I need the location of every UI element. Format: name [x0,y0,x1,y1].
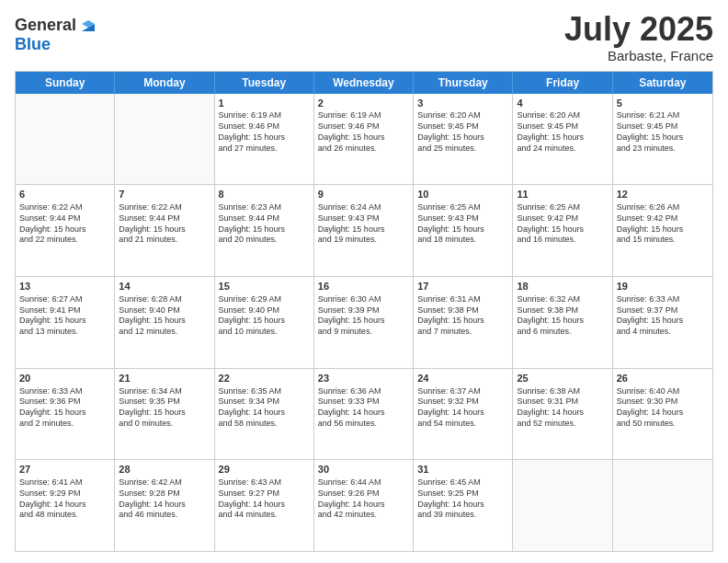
cell-line: and 2 minutes. [19,419,110,430]
cell-line: and 48 minutes. [19,510,110,521]
cell-line: Sunset: 9:27 PM [219,488,310,500]
cell-line: Sunrise: 6:20 AM [517,110,608,121]
cell-line: Sunrise: 6:41 AM [19,477,110,488]
day-number: 28 [119,463,210,477]
cal-cell-r2-c2: 15Sunrise: 6:29 AMSunset: 9:40 PMDayligh… [215,277,314,368]
day-number: 18 [517,280,608,293]
cell-line: Sunrise: 6:26 AM [617,202,709,213]
cell-line: Sunset: 9:46 PM [318,121,409,132]
cell-line: and 15 minutes. [617,235,709,246]
cell-line: and 18 minutes. [417,235,508,246]
cell-line: Sunrise: 6:28 AM [119,294,210,305]
cell-line: Sunset: 9:38 PM [417,305,508,316]
cell-line: and 6 minutes. [517,327,608,338]
cell-line: and 21 minutes. [119,235,210,246]
cell-line: Sunset: 9:25 PM [417,488,508,500]
cell-line: Sunset: 9:33 PM [318,396,409,408]
calendar-header: Sunday Monday Tuesday Wednesday Thursday… [16,72,712,94]
cell-line: Daylight: 15 hours [19,408,110,419]
cal-cell-r4-c4: 31Sunrise: 6:45 AMSunset: 9:25 PMDayligh… [414,460,513,551]
cell-line: Daylight: 15 hours [219,224,310,236]
cal-cell-r4-c2: 29Sunrise: 6:43 AMSunset: 9:27 PMDayligh… [215,460,314,551]
cal-cell-r2-c4: 17Sunrise: 6:31 AMSunset: 9:38 PMDayligh… [414,277,513,368]
cell-line: Daylight: 15 hours [417,316,508,327]
cell-line: Sunset: 9:42 PM [617,213,709,224]
cell-line: Daylight: 15 hours [517,224,608,236]
day-number: 27 [19,463,110,477]
cell-line: Sunrise: 6:38 AM [517,386,608,397]
weekday-friday: Friday [513,72,612,94]
cell-line: Sunset: 9:45 PM [617,121,709,132]
cal-cell-r2-c1: 14Sunrise: 6:28 AMSunset: 9:40 PMDayligh… [115,277,214,368]
logo-blue: Blue [15,35,51,53]
cal-cell-r0-c2: 1Sunrise: 6:19 AMSunset: 9:46 PMDaylight… [215,94,314,185]
cell-line: and 56 minutes. [318,419,409,430]
day-number: 6 [19,188,110,201]
cell-line: Sunrise: 6:31 AM [417,294,508,305]
cal-cell-r4-c0: 27Sunrise: 6:41 AMSunset: 9:29 PMDayligh… [16,460,115,551]
header: General Blue July 2025 Barbaste, France [15,11,713,63]
cell-line: Sunset: 9:35 PM [119,396,210,408]
cell-line: Daylight: 15 hours [19,316,110,327]
day-number: 14 [119,280,210,293]
weekday-thursday: Thursday [414,72,513,94]
cell-line: and 27 minutes. [219,144,310,155]
cal-cell-r1-c3: 9Sunrise: 6:24 AMSunset: 9:43 PMDaylight… [314,185,414,276]
cell-line: Sunset: 9:26 PM [318,488,409,500]
cell-line: Daylight: 15 hours [318,224,409,236]
cal-cell-r0-c3: 2Sunrise: 6:19 AMSunset: 9:46 PMDaylight… [314,94,414,185]
cal-row-1: 6Sunrise: 6:22 AMSunset: 9:44 PMDaylight… [16,184,712,276]
cell-line: and 58 minutes. [219,419,310,430]
cal-cell-r3-c1: 21Sunrise: 6:34 AMSunset: 9:35 PMDayligh… [115,369,214,460]
cell-line: Sunrise: 6:23 AM [219,202,310,213]
cell-line: and 44 minutes. [219,510,310,521]
cell-line: and 24 minutes. [517,144,608,155]
day-number: 9 [318,188,409,201]
cell-line: Sunrise: 6:44 AM [318,477,409,488]
day-number: 7 [119,188,210,201]
cell-line: Sunset: 9:43 PM [417,213,508,224]
cell-line: Sunrise: 6:40 AM [617,386,709,397]
cell-line: Sunset: 9:39 PM [318,305,409,316]
cell-line: Sunset: 9:29 PM [19,488,110,500]
cell-line: and 12 minutes. [119,327,210,338]
cell-line: Sunset: 9:44 PM [219,213,310,224]
cell-line: Sunrise: 6:22 AM [119,202,210,213]
day-number: 16 [318,280,409,293]
cal-cell-r3-c6: 26Sunrise: 6:40 AMSunset: 9:30 PMDayligh… [613,369,712,460]
day-number: 1 [219,97,310,110]
cal-cell-r4-c1: 28Sunrise: 6:42 AMSunset: 9:28 PMDayligh… [115,460,214,551]
cell-line: Daylight: 15 hours [119,224,210,236]
day-number: 15 [219,280,310,293]
day-number: 3 [417,97,508,110]
cell-line: and 50 minutes. [617,419,709,430]
cell-line: Daylight: 14 hours [617,408,709,419]
day-number: 22 [219,372,310,385]
cell-line: Sunset: 9:45 PM [517,121,608,132]
cell-line: Sunset: 9:38 PM [517,305,608,316]
cal-cell-r4-c6 [613,460,712,551]
cell-line: Daylight: 14 hours [219,408,310,419]
cal-cell-r1-c4: 10Sunrise: 6:25 AMSunset: 9:43 PMDayligh… [414,185,513,276]
cal-row-4: 27Sunrise: 6:41 AMSunset: 9:29 PMDayligh… [16,459,712,551]
cell-line: Sunset: 9:45 PM [417,121,508,132]
day-number: 17 [417,280,508,293]
cell-line: Sunset: 9:36 PM [19,396,110,408]
cell-line: Sunrise: 6:36 AM [318,386,409,397]
cell-line: and 23 minutes. [617,144,709,155]
cal-cell-r3-c4: 24Sunrise: 6:37 AMSunset: 9:32 PMDayligh… [414,369,513,460]
cal-cell-r1-c5: 11Sunrise: 6:25 AMSunset: 9:42 PMDayligh… [513,185,612,276]
cell-line: Daylight: 14 hours [219,500,310,511]
cal-cell-r3-c0: 20Sunrise: 6:33 AMSunset: 9:36 PMDayligh… [16,369,115,460]
calendar-body: 1Sunrise: 6:19 AMSunset: 9:46 PMDaylight… [16,94,712,551]
cell-line: Daylight: 15 hours [517,132,608,144]
cell-line: Daylight: 14 hours [417,408,508,419]
cell-line: Daylight: 15 hours [318,132,409,144]
cell-line: Daylight: 15 hours [119,408,210,419]
weekday-saturday: Saturday [613,72,712,94]
cell-line: Daylight: 15 hours [318,316,409,327]
cell-line: Sunrise: 6:29 AM [219,294,310,305]
cal-cell-r1-c2: 8Sunrise: 6:23 AMSunset: 9:44 PMDaylight… [215,185,314,276]
cell-line: Sunrise: 6:37 AM [417,386,508,397]
day-number: 5 [617,97,709,110]
